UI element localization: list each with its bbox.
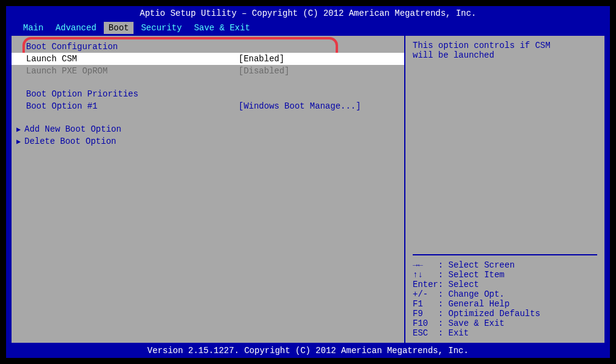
launch-pxe-label: Launch PXE OpROM [26,66,239,76]
delete-boot-option[interactable]: ▶ Delete Boot Option [12,135,404,147]
menu-advanced[interactable]: Advanced [51,22,101,34]
key-help: →← : Select Screen ↑↓ : Select Item Ente… [413,254,597,338]
triangle-right-icon: ▶ [16,137,21,146]
content-area: Boot Configuration Launch CSM [Enabled] … [11,35,605,343]
add-boot-option[interactable]: ▶ Add New Boot Option [12,123,404,135]
boot-opt1-label: Boot Option #1 [26,101,239,111]
option-boot-1[interactable]: Boot Option #1 [Windows Boot Manage...] [12,100,404,112]
key-enter: Enter: Select [413,280,597,289]
key-esc: ESC : Exit [413,328,597,338]
launch-pxe-value: [Disabled] [239,66,289,76]
boot-opt1-value: [Windows Boot Manage...] [239,101,361,111]
help-line1: This option controls if CSM [413,41,597,50]
section-boot-config: Boot Configuration [12,41,404,53]
section-boot-priorities: Boot Option Priorities [12,88,404,100]
menu-security[interactable]: Security [136,22,186,34]
key-save-exit: F10 : Save & Exit [413,318,597,328]
bios-window: Aptio Setup Utility – Copyright (C) 2012… [5,5,611,359]
help-line2: will be launched [413,50,597,60]
add-boot-label: Add New Boot Option [24,124,121,134]
delete-boot-label: Delete Boot Option [24,136,116,146]
right-panel: This option controls if CSM will be laun… [404,36,604,343]
launch-csm-value: [Enabled] [239,54,285,64]
option-launch-pxe[interactable]: Launch PXE OpROM [Disabled] [12,65,404,77]
key-optimized: F9 : Optimized Defaults [413,309,597,318]
left-panel: Boot Configuration Launch CSM [Enabled] … [12,36,404,343]
footer: Version 2.15.1227. Copyright (C) 2012 Am… [6,343,610,358]
option-launch-csm[interactable]: Launch CSM [Enabled] [12,53,404,65]
key-select-screen: →← : Select Screen [413,260,597,270]
menu-boot[interactable]: Boot [104,22,134,34]
triangle-right-icon: ▶ [16,125,21,134]
key-select-item: ↑↓ : Select Item [413,270,597,280]
key-general-help: F1 : General Help [413,299,597,309]
launch-csm-label: Launch CSM [26,54,239,64]
help-text: This option controls if CSM will be laun… [413,41,597,60]
title-bar: Aptio Setup Utility – Copyright (C) 2012… [6,6,610,21]
menu-bar: Main Advanced Boot Security Save & Exit [6,21,610,35]
menu-save-exit[interactable]: Save & Exit [189,22,255,34]
key-change-opt: +/- : Change Opt. [413,289,597,299]
menu-main[interactable]: Main [18,22,49,34]
